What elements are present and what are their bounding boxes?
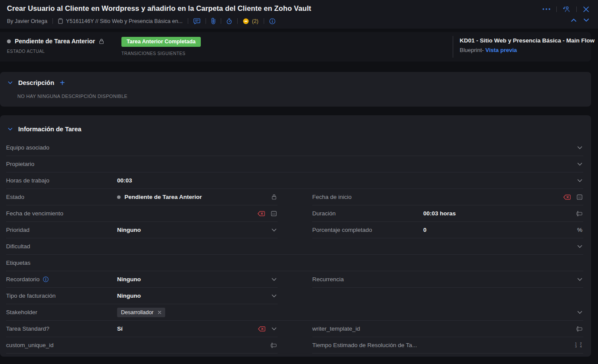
close-icon bbox=[583, 6, 589, 13]
attachments-button[interactable] bbox=[211, 18, 216, 24]
chevron-down-icon[interactable] bbox=[577, 146, 582, 150]
empty-cell bbox=[312, 288, 583, 304]
field-label: Tarea Standard? bbox=[6, 325, 117, 332]
calendar-icon[interactable] bbox=[271, 211, 277, 216]
divider bbox=[453, 36, 453, 58]
field-custom-unique-id[interactable]: custom_unique_id bbox=[6, 337, 278, 354]
chevron-down-icon[interactable] bbox=[577, 162, 582, 166]
field-tipo-facturacion[interactable]: Tipo de facturación Ninguno bbox=[6, 288, 278, 304]
field-propietario[interactable]: Propietario bbox=[6, 156, 583, 172]
field-label: Horas de trabajo bbox=[6, 177, 117, 184]
task-navigation bbox=[571, 18, 589, 22]
field-label: Dificultad bbox=[6, 243, 117, 250]
info-icon[interactable] bbox=[43, 276, 49, 282]
paperclip-icon bbox=[211, 18, 216, 24]
field-estado[interactable]: Estado Pendiente de Tarea Anterior bbox=[6, 189, 278, 205]
description-empty-message: NO HAY NINGUNA DESCRIPCIÓN DISPONIBLE bbox=[17, 94, 127, 99]
field-value[interactable]: Ninguno bbox=[117, 227, 271, 233]
chevron-down-icon bbox=[583, 18, 589, 22]
task-title: Crear Usuario al Cliente en Wordpress y … bbox=[7, 4, 311, 13]
field-value[interactable]: 00:03 bbox=[117, 177, 577, 184]
field-fecha-inicio[interactable]: Fecha de inicio bbox=[312, 189, 583, 205]
comment-icon bbox=[193, 18, 200, 24]
field-recordatorio[interactable]: Recordatorio Ninguno bbox=[6, 271, 278, 288]
field-equipo-asociado[interactable]: Equipo asociado bbox=[6, 140, 583, 156]
field-label: Propietario bbox=[6, 161, 117, 167]
remove-chip-icon[interactable] bbox=[158, 311, 161, 314]
field-value[interactable]: Ninguno bbox=[117, 292, 271, 299]
close-button[interactable] bbox=[583, 6, 589, 13]
timer-button[interactable] bbox=[226, 18, 232, 24]
blueprint-block: KD01 - Sitio Web y Presencia Básica - Ma… bbox=[460, 37, 595, 53]
more-options-button[interactable] bbox=[542, 8, 550, 10]
chevron-up-icon bbox=[571, 18, 577, 22]
lock-icon bbox=[271, 194, 277, 200]
field-fecha-vencimiento[interactable]: Fecha de vencimiento bbox=[6, 205, 278, 222]
task-info-title: Información de Tarea bbox=[18, 126, 82, 133]
chevron-down-icon[interactable] bbox=[271, 228, 277, 232]
chevron-down-icon[interactable] bbox=[271, 327, 277, 331]
previous-task-button[interactable] bbox=[571, 18, 577, 22]
description-section: Descripción + NO HAY NINGUNA DESCRIPCIÓN… bbox=[0, 72, 591, 107]
field-tiempo-estimado[interactable]: Tiempo Estimado de Resolución de Ta... 1… bbox=[312, 337, 583, 354]
field-value[interactable]: 00:03 horas bbox=[423, 210, 576, 217]
chevron-down-icon[interactable] bbox=[577, 311, 582, 314]
next-task-button[interactable] bbox=[583, 18, 589, 22]
field-recurrencia[interactable]: Recurrencia bbox=[312, 271, 583, 288]
description-title: Descripción bbox=[18, 79, 54, 86]
field-tarea-standard[interactable]: Tarea Standard? Sí bbox=[6, 321, 278, 337]
add-description-button[interactable]: + bbox=[60, 80, 65, 86]
text-field-icon[interactable] bbox=[270, 343, 277, 348]
text-field-icon[interactable] bbox=[576, 211, 582, 216]
text-field-icon[interactable] bbox=[576, 326, 582, 332]
field-stakeholder[interactable]: Stakeholder Desarrollador bbox=[6, 304, 583, 321]
project-breadcrumb[interactable]: Y5161146Y // Sitio Web y Presencia Básic… bbox=[58, 18, 183, 24]
stakeholder-chip[interactable]: Desarrollador bbox=[117, 308, 165, 317]
field-value[interactable]: Sí bbox=[117, 325, 258, 332]
state-dot-icon bbox=[117, 195, 121, 199]
calendar-icon[interactable] bbox=[577, 194, 582, 200]
chevron-down-icon[interactable] bbox=[577, 278, 582, 281]
field-label: Recordatorio bbox=[6, 276, 39, 283]
chevron-down-icon[interactable] bbox=[577, 245, 582, 248]
chip-label: Desarrollador bbox=[121, 309, 154, 315]
status-count-button[interactable]: (2) bbox=[243, 18, 258, 24]
chevron-down-icon bbox=[8, 127, 13, 131]
field-value[interactable]: Ninguno bbox=[117, 276, 271, 283]
separator bbox=[556, 6, 557, 12]
clear-field-icon[interactable] bbox=[258, 211, 265, 216]
field-writer-template-id[interactable]: writer_template_id bbox=[312, 321, 583, 337]
field-value[interactable]: 0 bbox=[423, 227, 577, 233]
yellow-status-icon bbox=[243, 18, 249, 24]
field-label: Fecha de vencimiento bbox=[6, 210, 117, 217]
field-prioridad[interactable]: Prioridad Ninguno bbox=[6, 222, 278, 238]
field-duracion[interactable]: Duración 00:03 horas bbox=[312, 205, 583, 222]
reassign-user-button[interactable] bbox=[563, 6, 570, 13]
blueprint-preview-link[interactable]: Vista previa bbox=[485, 47, 517, 53]
field-horas-trabajo[interactable]: Horas de trabajo 00:03 bbox=[6, 172, 583, 189]
number-field-icon[interactable]: 1 2 3 4 bbox=[575, 342, 582, 348]
field-etiquetas[interactable]: Etiquetas bbox=[6, 255, 583, 271]
field-porcentaje-completado[interactable]: Porcentaje completado 0 % bbox=[312, 222, 583, 238]
lock-icon bbox=[99, 39, 104, 44]
transition-button[interactable]: Tarea Anterior Completada bbox=[121, 37, 201, 47]
collapse-description-button[interactable] bbox=[8, 81, 13, 84]
field-label: Prioridad bbox=[6, 227, 117, 233]
stopwatch-icon bbox=[226, 18, 232, 24]
field-dificultad[interactable]: Dificultad bbox=[6, 238, 583, 255]
transitions-caption: TRANSICIONES SIGUIENTES bbox=[121, 51, 201, 56]
field-label: Fecha de inicio bbox=[312, 194, 423, 200]
collapse-task-info-button[interactable] bbox=[8, 127, 13, 131]
chevron-down-icon[interactable] bbox=[577, 179, 582, 182]
field-label: Etiquetas bbox=[6, 260, 117, 266]
clear-field-icon[interactable] bbox=[258, 326, 265, 332]
chevron-down-icon[interactable] bbox=[271, 278, 277, 281]
field-label: Estado bbox=[6, 194, 117, 200]
separator bbox=[576, 6, 577, 12]
chevron-down-icon[interactable] bbox=[271, 294, 277, 298]
blueprint-prefix: Blueprint- bbox=[460, 47, 484, 53]
comments-button[interactable] bbox=[193, 18, 200, 24]
user-flow-icon bbox=[563, 6, 570, 13]
info-button[interactable] bbox=[269, 18, 275, 24]
clear-field-icon[interactable] bbox=[563, 195, 571, 200]
